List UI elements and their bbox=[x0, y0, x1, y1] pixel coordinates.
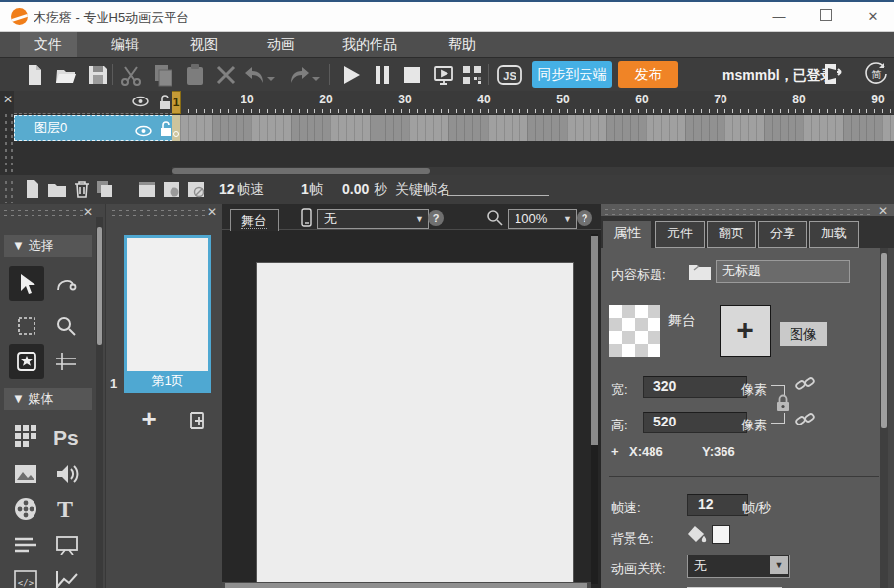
timeline-scrollbar-thumb[interactable] bbox=[172, 168, 430, 174]
language-toggle-icon[interactable]: 简 bbox=[863, 60, 890, 87]
frames-track[interactable] bbox=[172, 115, 894, 141]
visibility-column-icon[interactable] bbox=[132, 95, 149, 112]
tools-drag-handle[interactable] bbox=[0, 206, 83, 218]
sync-cloud-button[interactable]: 同步到云端 bbox=[532, 61, 612, 88]
media-components-icon[interactable] bbox=[13, 424, 38, 449]
paste-icon[interactable] bbox=[183, 63, 207, 87]
timeline-scrollbar[interactable] bbox=[172, 167, 894, 175]
duplicate-page-icon[interactable] bbox=[183, 409, 207, 432]
menu-file[interactable]: 文件 bbox=[20, 32, 77, 57]
add-page-button[interactable]: + bbox=[136, 407, 162, 432]
zoom-dropdown[interactable]: 100%▼ bbox=[508, 209, 577, 229]
keyframe-marker[interactable] bbox=[173, 131, 179, 137]
properties-scrollbar[interactable] bbox=[880, 248, 888, 588]
tool-bend-point[interactable] bbox=[48, 266, 84, 301]
menu-animation[interactable]: 动画 bbox=[252, 32, 309, 57]
maximize-button[interactable] bbox=[809, 2, 843, 31]
stage-bg-swatch[interactable] bbox=[609, 305, 660, 357]
pages-drag-handle[interactable] bbox=[108, 206, 205, 218]
help-icon-1[interactable]: ? bbox=[428, 210, 444, 226]
height-input[interactable]: 520 bbox=[643, 412, 747, 433]
delete-layer-icon[interactable] bbox=[71, 178, 93, 200]
qrcode-icon[interactable] bbox=[460, 63, 484, 87]
section-media[interactable]: ▼ 媒体 bbox=[4, 388, 92, 410]
tool-symbol-frame[interactable] bbox=[9, 344, 44, 379]
pause-icon[interactable] bbox=[371, 63, 394, 87]
tab-pageflip[interactable]: 翻页 bbox=[707, 221, 756, 248]
preview-device-dropdown[interactable]: 无▼ bbox=[317, 209, 429, 229]
preview-icon[interactable] bbox=[432, 63, 455, 87]
duplicate-layer-icon[interactable] bbox=[94, 178, 115, 200]
width-input[interactable]: 320 bbox=[643, 376, 747, 398]
media-chart-icon[interactable] bbox=[54, 568, 80, 588]
keyframe-name-input[interactable] bbox=[448, 195, 549, 196]
page-thumbnail[interactable]: 第1页 bbox=[124, 235, 211, 393]
tool-select-cursor[interactable] bbox=[9, 266, 44, 301]
minimize-button[interactable]: — bbox=[762, 2, 795, 31]
tool-zoom[interactable] bbox=[48, 308, 84, 344]
insert-blank-keyframe-icon[interactable] bbox=[185, 178, 207, 200]
media-video-icon[interactable] bbox=[13, 496, 38, 522]
media-image-icon[interactable] bbox=[13, 461, 38, 487]
media-audio-icon[interactable] bbox=[54, 461, 80, 487]
stage-hscrollbar-thumb[interactable] bbox=[225, 583, 587, 588]
tools-scrollbar[interactable] bbox=[96, 217, 103, 588]
redo-caret-icon[interactable] bbox=[311, 70, 321, 80]
insert-keyframe-icon[interactable] bbox=[161, 178, 182, 200]
tool-transform[interactable] bbox=[9, 308, 44, 344]
media-photoshop-icon[interactable]: Ps bbox=[53, 426, 79, 450]
menu-view[interactable]: 视图 bbox=[175, 32, 233, 57]
undo-icon[interactable] bbox=[242, 63, 266, 87]
tab-loading[interactable]: 加载 bbox=[809, 221, 859, 248]
new-folder-layer-icon[interactable] bbox=[46, 178, 68, 200]
redo-icon[interactable] bbox=[288, 63, 311, 87]
pages-close-icon[interactable]: ✕ bbox=[207, 206, 217, 218]
tab-properties[interactable]: 属性 bbox=[603, 221, 651, 248]
media-board-icon[interactable] bbox=[54, 533, 80, 558]
stage-vscrollbar-thumb[interactable] bbox=[591, 236, 598, 445]
lock-column-icon[interactable] bbox=[158, 94, 172, 114]
insert-frame-icon[interactable] bbox=[136, 178, 158, 200]
add-cover-button[interactable]: + bbox=[720, 305, 771, 357]
layer-row[interactable]: 图层0 bbox=[14, 115, 172, 141]
tools-close-icon[interactable]: ✕ bbox=[83, 206, 93, 218]
media-code-icon[interactable]: </> bbox=[13, 568, 38, 588]
stop-icon[interactable] bbox=[400, 63, 424, 87]
copy-icon[interactable] bbox=[151, 63, 174, 87]
open-file-icon[interactable] bbox=[54, 63, 78, 87]
phone-preview-icon[interactable] bbox=[301, 208, 312, 230]
help-icon-2[interactable]: ? bbox=[577, 210, 592, 226]
tab-components[interactable]: 元件 bbox=[655, 221, 705, 248]
open-title-folder-icon[interactable] bbox=[688, 260, 712, 285]
play-icon[interactable] bbox=[339, 63, 363, 87]
logout-icon[interactable] bbox=[821, 62, 845, 86]
stage-tab[interactable]: 舞台 bbox=[230, 209, 279, 231]
save-icon[interactable] bbox=[86, 63, 109, 87]
menu-edit[interactable]: 编辑 bbox=[97, 32, 154, 57]
undo-caret-icon[interactable] bbox=[266, 70, 276, 80]
paint-bucket-icon[interactable] bbox=[686, 525, 708, 549]
image-button[interactable]: 图像 bbox=[780, 322, 827, 346]
close-button[interactable]: ✕ bbox=[857, 2, 890, 31]
tool-guides[interactable] bbox=[48, 344, 84, 379]
new-layer-icon[interactable] bbox=[22, 178, 43, 200]
current-frame-cell[interactable] bbox=[172, 115, 180, 141]
delete-icon[interactable] bbox=[214, 63, 238, 87]
content-title-input[interactable]: 无标题 bbox=[716, 260, 850, 283]
media-paragraph-icon[interactable] bbox=[13, 533, 38, 558]
menu-help[interactable]: 帮助 bbox=[434, 32, 491, 57]
new-file-icon[interactable] bbox=[23, 63, 46, 87]
tab-share[interactable]: 分享 bbox=[758, 221, 807, 248]
layer-lock-icon[interactable] bbox=[159, 120, 172, 145]
section-select[interactable]: ▼ 选择 bbox=[4, 235, 92, 257]
width-link-icon[interactable] bbox=[794, 374, 816, 398]
stage-hscrollbar[interactable] bbox=[222, 582, 591, 588]
framerate-input[interactable]: 12 bbox=[687, 494, 748, 516]
js-panel-icon[interactable]: JS bbox=[497, 63, 522, 87]
tools-scrollbar-thumb[interactable] bbox=[97, 227, 102, 345]
cut-icon[interactable] bbox=[119, 63, 143, 87]
publish-button[interactable]: 发布 bbox=[618, 61, 678, 88]
stage-vscrollbar[interactable] bbox=[591, 234, 598, 584]
height-link-icon[interactable] bbox=[794, 410, 816, 433]
stage-canvas[interactable] bbox=[256, 262, 574, 588]
